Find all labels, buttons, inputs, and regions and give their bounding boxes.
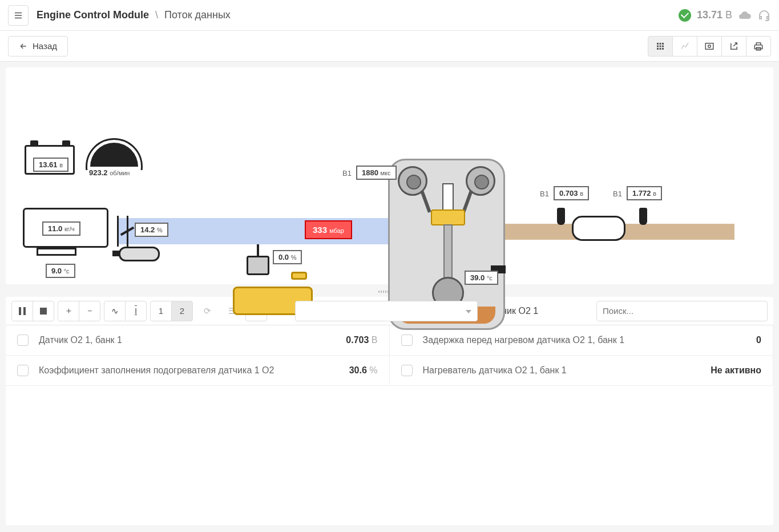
refresh-button[interactable]: ⟳ <box>196 301 218 321</box>
row-checkbox[interactable] <box>401 365 413 376</box>
export-icon <box>729 41 739 51</box>
remove-button[interactable]: － <box>79 301 100 321</box>
sub-header: Назад <box>0 31 779 62</box>
param-name: Коэффициент заполнения подогревателя дат… <box>39 365 349 376</box>
print-button[interactable] <box>746 36 771 57</box>
chart-line-icon <box>680 41 690 51</box>
page-2-button[interactable]: 2 <box>171 301 193 321</box>
breadcrumb-module: Engine Control Module <box>37 9 149 21</box>
diagram-icon <box>704 41 715 51</box>
menu-button[interactable] <box>8 5 29 26</box>
refresh-icon: ⟳ <box>204 306 211 316</box>
parameter-grid: Датчик O2 1, банк 1 0.703 В Задержка пер… <box>6 325 773 386</box>
catalytic-converter-graphic <box>572 216 625 241</box>
battery-voltage: 13.71 В <box>697 9 732 21</box>
connection-ok-icon <box>679 9 691 22</box>
svg-point-1 <box>708 45 711 47</box>
breadcrumb-page: Поток данных <box>164 9 231 21</box>
text-icon: I <box>135 306 137 316</box>
back-button[interactable]: Назад <box>8 36 68 57</box>
svg-rect-0 <box>705 43 713 49</box>
throttle-reading[interactable]: 14.2 % <box>135 223 168 237</box>
minus-icon: － <box>86 305 94 316</box>
parameter-combo[interactable] <box>295 301 478 321</box>
tachometer-graphic <box>86 138 143 170</box>
ect-reading[interactable]: 39.0 °c <box>465 271 498 285</box>
support-headset-icon[interactable] <box>757 9 771 22</box>
wave-icon: ∿ <box>111 306 119 316</box>
rpm-reading[interactable]: 923.2 об/мин <box>84 167 134 179</box>
view-grid-button[interactable] <box>648 36 673 57</box>
iat-reading[interactable]: 9.0 °c <box>46 264 75 278</box>
print-icon <box>753 41 764 51</box>
app-header: Engine Control Module \ Поток данных 13.… <box>0 0 779 31</box>
o2-sensor-pre-graphic <box>557 208 565 225</box>
table-row: Нагреватель датчика O2 1, банк 1 Не акти… <box>390 356 774 386</box>
param-name: Нагреватель датчика O2 1, банк 1 <box>423 365 711 376</box>
export-button[interactable] <box>721 36 746 57</box>
wave-button[interactable]: ∿ <box>104 301 126 321</box>
breadcrumb: Engine Control Module \ Поток данных <box>37 9 231 21</box>
search-input[interactable] <box>596 301 768 321</box>
table-row: Датчик O2 1, банк 1 0.703 В <box>6 325 390 356</box>
param-value: 0.703 В <box>346 335 377 345</box>
back-label: Назад <box>33 41 57 51</box>
data-toolbar: ＋ － ∿ I 1 2 ⟳ ☰ x ⇥ Датчик O2 1 <box>6 297 773 325</box>
param-value: 30.6 % <box>349 365 378 376</box>
fuel-rail-graphic <box>119 247 160 261</box>
stop-icon <box>39 307 47 315</box>
row-checkbox[interactable] <box>17 334 29 346</box>
text-button[interactable]: I <box>125 301 147 321</box>
data-panel: ＋ － ∿ I 1 2 ⟳ ☰ x ⇥ Датчик O2 1 Датчик O… <box>6 297 773 525</box>
svg-rect-4 <box>40 308 47 315</box>
battery-reading[interactable]: 13.61 в <box>33 158 68 172</box>
add-button[interactable]: ＋ <box>58 301 79 321</box>
row-checkbox[interactable] <box>17 365 29 376</box>
svg-rect-2 <box>19 307 21 315</box>
stop-button[interactable] <box>33 301 54 321</box>
menu-icon <box>13 10 23 21</box>
arrow-left-icon <box>19 42 28 51</box>
injector-reading[interactable]: 1880 мкс <box>356 166 397 180</box>
o2-post-reading[interactable]: 1.772 в <box>627 186 662 200</box>
maf-reading[interactable]: 11.0 кг/ч <box>42 221 80 236</box>
param-value: Не активно <box>711 365 761 376</box>
pause-icon <box>18 307 26 315</box>
plus-icon: ＋ <box>64 305 73 316</box>
pause-button[interactable] <box>11 301 33 321</box>
o2-sensor-post-graphic <box>639 208 647 225</box>
o2-post-label: B1 <box>613 190 622 198</box>
table-row: Коэффициент заполнения подогревателя дат… <box>6 356 390 386</box>
view-chart-button[interactable] <box>672 36 697 57</box>
param-value: 0 <box>756 335 761 345</box>
grid-icon <box>655 41 665 51</box>
row-checkbox[interactable] <box>401 334 413 346</box>
throttle-graphic <box>117 216 128 247</box>
evap-reading[interactable]: 0.0 % <box>273 250 302 264</box>
svg-rect-3 <box>23 307 26 315</box>
view-diagram-button[interactable] <box>697 36 722 57</box>
cloud-icon[interactable] <box>738 9 752 22</box>
engine-diagram: 13.61 в 923.2 об/мин 11.0 кг/ч 9.0 °c 14… <box>6 67 773 284</box>
injector-b1-label: B1 <box>342 169 352 178</box>
param-name: Датчик O2 1, банк 1 <box>39 335 346 345</box>
map-reading[interactable]: 333 мбар <box>305 220 352 239</box>
o2-pre-label: B1 <box>540 190 549 198</box>
page-1-button[interactable]: 1 <box>150 301 172 321</box>
param-name: Задержка перед нагревом датчика O2 1, ба… <box>423 335 757 345</box>
o2-pre-reading[interactable]: 0.703 в <box>554 186 589 200</box>
